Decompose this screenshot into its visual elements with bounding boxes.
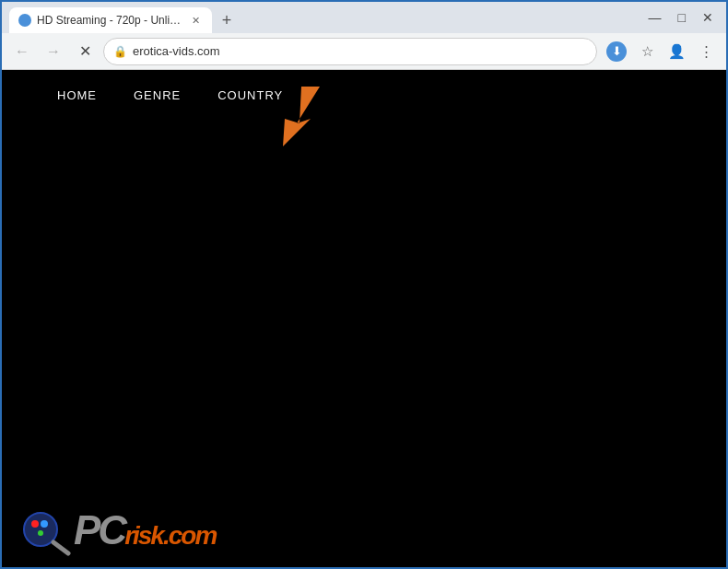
browser-toolbar: ← → ✕ 🔒 ⬇ ☆ 👤 ⋮ [2,33,726,70]
com-text: .com [163,521,216,550]
reload-button[interactable]: ✕ [72,39,98,64]
browser-window: HD Streaming - 720p - Unlimited ✕ + — □ … [2,2,726,567]
site-nav: HOME GENRE COUNTRY [2,70,726,121]
address-bar-container[interactable]: 🔒 [103,38,597,65]
browser-tab[interactable]: HD Streaming - 720p - Unlimited ✕ [9,7,212,33]
favorite-button[interactable]: ☆ [634,39,660,64]
svg-point-2 [31,520,39,528]
minimize-button[interactable]: — [643,8,667,27]
maximize-button[interactable]: □ [673,8,691,27]
pcrisk-logo: PCrisk.com [74,507,216,553]
download-circle: ⬇ [606,41,627,62]
lock-icon: 🔒 [113,45,127,58]
pc-text: PCrisk.com [74,507,216,553]
risk-text: risk [124,521,163,550]
menu-button[interactable]: ⋮ [693,39,719,64]
svg-point-3 [41,520,48,528]
svg-point-4 [38,530,43,536]
close-button[interactable]: ✕ [697,8,719,27]
pcrisk-icon [20,504,74,557]
tab-title: HD Streaming - 720p - Unlimited [37,14,182,27]
tab-close-button[interactable]: ✕ [188,13,203,28]
download-indicator: ⬇ [603,38,630,65]
window-controls: — □ ✕ [643,8,719,27]
web-content: HOME GENRE COUNTRY PCrisk.com [2,70,726,567]
toolbar-actions: ⬇ ☆ 👤 ⋮ [603,38,719,65]
watermark: PCrisk.com [2,494,726,567]
new-tab-button[interactable]: + [214,7,240,33]
arrow-svg [264,77,338,151]
download-icon: ⬇ [612,44,622,58]
address-bar-input[interactable] [133,44,587,58]
svg-line-5 [53,542,68,553]
forward-button[interactable]: → [41,39,66,64]
tab-favicon [18,14,31,27]
account-button[interactable]: 👤 [663,39,689,64]
back-button[interactable]: ← [9,39,35,64]
title-bar: HD Streaming - 720p - Unlimited ✕ + — □ … [2,2,726,33]
nav-item-home[interactable]: HOME [39,83,115,108]
svg-marker-0 [283,87,320,146]
tab-area: HD Streaming - 720p - Unlimited ✕ + [9,2,640,33]
nav-item-genre[interactable]: GENRE [115,83,199,108]
